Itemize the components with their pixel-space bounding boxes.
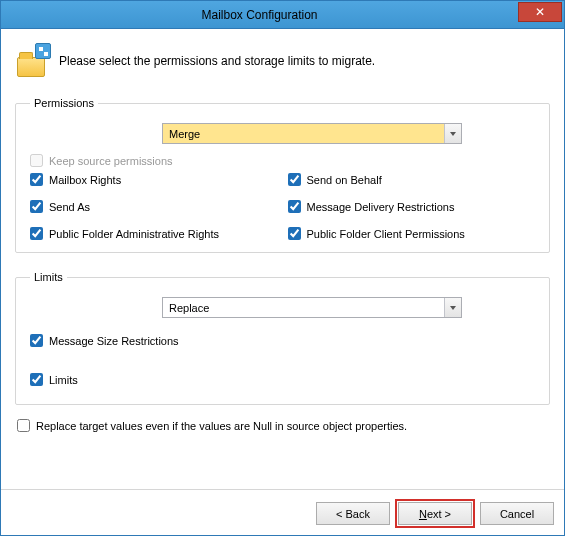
permissions-legend: Permissions xyxy=(30,97,98,109)
permissions-group: Permissions Merge Keep source permission… xyxy=(15,97,550,253)
msg-delivery-row[interactable]: Message Delivery Restrictions xyxy=(288,200,536,213)
pf-client-perms-row[interactable]: Public Folder Client Permissions xyxy=(288,227,536,240)
back-button-label: < Back xyxy=(336,508,370,520)
cancel-button-label: Cancel xyxy=(500,508,534,520)
limits-checkbox[interactable] xyxy=(30,373,43,386)
content-area: Please select the permissions and storag… xyxy=(1,29,564,489)
pf-admin-rights-label: Public Folder Administrative Rights xyxy=(49,228,219,240)
msg-size-checkbox[interactable] xyxy=(30,334,43,347)
send-as-row[interactable]: Send As xyxy=(30,200,278,213)
intro-text: Please select the permissions and storag… xyxy=(59,54,375,68)
mailbox-rights-label: Mailbox Rights xyxy=(49,174,121,186)
msg-delivery-checkbox[interactable] xyxy=(288,200,301,213)
close-button[interactable]: ✕ xyxy=(518,2,562,22)
keep-source-permissions-label: Keep source permissions xyxy=(49,155,173,167)
pf-client-perms-checkbox[interactable] xyxy=(288,227,301,240)
keep-source-permissions-row: Keep source permissions xyxy=(30,154,535,167)
mailbox-rights-checkbox[interactable] xyxy=(30,173,43,186)
limits-legend: Limits xyxy=(30,271,67,283)
pf-admin-rights-checkbox[interactable] xyxy=(30,227,43,240)
send-on-behalf-checkbox[interactable] xyxy=(288,173,301,186)
replace-null-row[interactable]: Replace target values even if the values… xyxy=(17,419,550,432)
msg-size-label: Message Size Restrictions xyxy=(49,335,179,347)
send-on-behalf-row[interactable]: Send on Behalf xyxy=(288,173,536,186)
titlebar: Mailbox Configuration ✕ xyxy=(1,1,564,29)
close-icon: ✕ xyxy=(535,6,545,18)
keep-source-permissions-checkbox xyxy=(30,154,43,167)
pf-admin-rights-row[interactable]: Public Folder Administrative Rights xyxy=(30,227,278,240)
window-title: Mailbox Configuration xyxy=(1,8,518,22)
replace-null-label: Replace target values even if the values… xyxy=(36,420,407,432)
mailbox-rights-row[interactable]: Mailbox Rights xyxy=(30,173,278,186)
cancel-button[interactable]: Cancel xyxy=(480,502,554,525)
permissions-mode-select[interactable]: Merge xyxy=(162,123,462,144)
intro-row: Please select the permissions and storag… xyxy=(15,41,550,91)
send-on-behalf-label: Send on Behalf xyxy=(307,174,382,186)
back-button[interactable]: < Back xyxy=(316,502,390,525)
limits-mode-value: Replace xyxy=(163,302,444,314)
limits-label: Limits xyxy=(49,374,78,386)
mailbox-configuration-dialog: Mailbox Configuration ✕ Please select th… xyxy=(0,0,565,536)
footer-buttons: < Back Next > Cancel xyxy=(1,489,564,535)
chevron-down-icon xyxy=(444,124,461,143)
replace-null-checkbox[interactable] xyxy=(17,419,30,432)
send-as-label: Send As xyxy=(49,201,90,213)
limits-row[interactable]: Limits xyxy=(30,373,535,386)
send-as-checkbox[interactable] xyxy=(30,200,43,213)
permissions-mode-value: Merge xyxy=(163,128,444,140)
limits-group: Limits Replace Message Size Restrictions… xyxy=(15,271,550,405)
msg-size-row[interactable]: Message Size Restrictions xyxy=(30,334,535,347)
msg-delivery-label: Message Delivery Restrictions xyxy=(307,201,455,213)
chevron-down-icon xyxy=(444,298,461,317)
limits-mode-select[interactable]: Replace xyxy=(162,297,462,318)
pf-client-perms-label: Public Folder Client Permissions xyxy=(307,228,465,240)
next-button-label: Next > xyxy=(419,508,451,520)
next-button[interactable]: Next > xyxy=(398,502,472,525)
mailbox-folder-icon xyxy=(17,45,49,77)
